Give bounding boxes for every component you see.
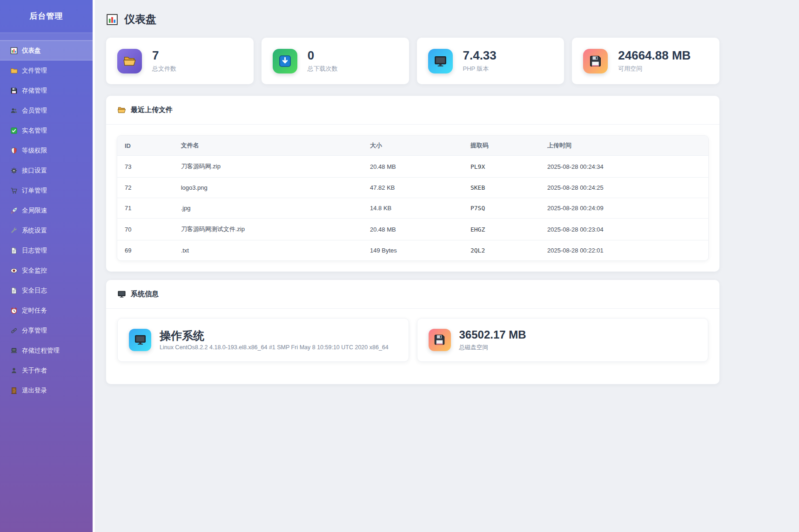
cell-code: SKEB bbox=[463, 178, 540, 198]
section-title: 最近上传文件 bbox=[131, 106, 173, 114]
sidebar-item-system-settings[interactable]: 系统设置 bbox=[0, 220, 93, 240]
person-icon bbox=[10, 367, 18, 374]
cell-size: 149 Bytes bbox=[363, 240, 463, 261]
sidebar-item-label: 实名管理 bbox=[22, 126, 47, 135]
sidebar-item-label: 文件管理 bbox=[22, 66, 47, 75]
folder-icon bbox=[10, 67, 18, 74]
eye-icon bbox=[10, 267, 18, 274]
disk-total-label: 总磁盘空间 bbox=[459, 344, 526, 352]
page-header: 仪表盘 bbox=[106, 12, 719, 27]
sidebar-item-security-monitoring[interactable]: 安全监控 bbox=[0, 260, 93, 280]
sidebar-item-global-rate-limit[interactable]: 全局限速 bbox=[0, 200, 93, 220]
cell-code: P7SQ bbox=[463, 198, 540, 219]
sidebar-item-label: 全局限速 bbox=[22, 206, 47, 215]
bar-chart-icon bbox=[106, 13, 118, 26]
cell-upload-time: 2025-08-28 00:24:34 bbox=[540, 156, 708, 178]
sidebar-item-dashboard[interactable]: 仪表盘 bbox=[0, 40, 93, 60]
cell-upload-time: 2025-08-28 00:23:04 bbox=[540, 219, 708, 240]
sidebar-item-scheduled-tasks[interactable]: 定时任务 bbox=[0, 300, 93, 320]
os-info-card: 操作系统 Linux CentOs8.2.2 4.18.0-193.el8.x8… bbox=[117, 318, 409, 362]
sidebar-item-file-management[interactable]: 文件管理 bbox=[0, 60, 93, 80]
sidebar-item-about-author[interactable]: 关于作者 bbox=[0, 360, 93, 380]
sidebar-item-label: 安全日志 bbox=[22, 286, 47, 295]
cell-upload-time: 2025-08-28 00:24:25 bbox=[540, 178, 708, 198]
stat-value: 24664.88 MB bbox=[618, 49, 691, 62]
cell-size: 20.48 MB bbox=[363, 219, 463, 240]
sidebar: 后台管理 仪表盘 文件管理 存储管理 会员管理 实名管理 bbox=[0, 0, 95, 532]
cell-size: 20.48 MB bbox=[363, 156, 463, 178]
sidebar-item-label: 订单管理 bbox=[22, 186, 47, 195]
cell-id: 72 bbox=[117, 178, 174, 198]
table-row: 72 logo3.png 47.82 KB SKEB 2025-08-28 00… bbox=[117, 178, 708, 198]
sidebar-item-api-settings[interactable]: 接口设置 bbox=[0, 160, 93, 180]
sidebar-item-share-management[interactable]: 分享管理 bbox=[0, 320, 93, 340]
cart-icon bbox=[10, 187, 18, 194]
shield-icon bbox=[10, 147, 18, 154]
cell-size: 47.82 KB bbox=[363, 178, 463, 198]
stat-value: 7 bbox=[152, 49, 176, 62]
stat-label: 总下载次数 bbox=[308, 65, 338, 73]
column-header-code: 提取码 bbox=[463, 136, 540, 156]
stats-row: 7 总文件数 0 总下载次数 7.4.33 PHP 版本 bbox=[106, 38, 719, 84]
section-title: 系统信息 bbox=[131, 290, 159, 299]
app-root: 后台管理 仪表盘 文件管理 存储管理 会员管理 实名管理 bbox=[0, 0, 799, 532]
sidebar-item-member-management[interactable]: 会员管理 bbox=[0, 100, 93, 120]
rocket-icon bbox=[10, 207, 18, 214]
monitor-icon bbox=[428, 49, 453, 73]
os-detail: Linux CentOs8.2.2 4.18.0-193.el8.x86_64 … bbox=[160, 344, 389, 351]
recent-files-header: 最近上传文件 bbox=[106, 96, 719, 125]
cell-id: 69 bbox=[117, 240, 174, 261]
sidebar-item-label: 接口设置 bbox=[22, 166, 47, 175]
sidebar-item-label: 安全监控 bbox=[22, 266, 47, 275]
cell-upload-time: 2025-08-28 00:24:09 bbox=[540, 198, 708, 219]
sidebar-item-label: 系统设置 bbox=[22, 226, 47, 235]
cell-upload-time: 2025-08-28 00:22:01 bbox=[540, 240, 708, 261]
sidebar-item-logout[interactable]: 退出登录 bbox=[0, 380, 93, 400]
cell-filename: 刀客源码网.zip bbox=[174, 156, 363, 178]
page-title: 仪表盘 bbox=[124, 12, 156, 27]
open-folder-icon bbox=[117, 106, 126, 114]
sidebar-item-label: 存储过程管理 bbox=[22, 346, 60, 355]
stat-label: 总文件数 bbox=[152, 65, 176, 73]
alarm-clock-icon bbox=[10, 307, 18, 314]
stat-card-free-space: 24664.88 MB 可用空间 bbox=[572, 38, 719, 84]
table-row: 69 .txt 149 Bytes 2QL2 2025-08-28 00:22:… bbox=[117, 240, 708, 261]
cell-id: 71 bbox=[117, 198, 174, 219]
stat-card-total-files: 7 总文件数 bbox=[106, 38, 254, 84]
stat-card-total-downloads: 0 总下载次数 bbox=[262, 38, 409, 84]
disk-total-value: 36502.17 MB bbox=[459, 328, 526, 341]
sidebar-item-label: 分享管理 bbox=[22, 326, 47, 335]
sidebar-item-label: 关于作者 bbox=[22, 366, 47, 375]
column-header-size: 大小 bbox=[363, 136, 463, 156]
sidebar-item-label: 退出登录 bbox=[22, 386, 47, 395]
cell-code: PL9X bbox=[463, 156, 540, 178]
cell-id: 70 bbox=[117, 219, 174, 240]
table-row: 70 刀客源码网测试文件.zip 20.48 MB EHGZ 2025-08-2… bbox=[117, 219, 708, 240]
sidebar-item-storage-management[interactable]: 存储管理 bbox=[0, 80, 93, 100]
sidebar-item-level-permissions[interactable]: 等级权限 bbox=[0, 140, 93, 160]
stat-card-php-version: 7.4.33 PHP 版本 bbox=[417, 38, 564, 84]
floppy-disk-icon bbox=[10, 87, 18, 94]
document-icon bbox=[10, 247, 18, 254]
disk-info-card: 36502.17 MB 总磁盘空间 bbox=[417, 318, 709, 362]
sidebar-divider bbox=[0, 33, 93, 40]
sidebar-menu: 仪表盘 文件管理 存储管理 会员管理 实名管理 等级权限 bbox=[0, 40, 93, 400]
wrench-icon bbox=[10, 227, 18, 234]
sidebar-item-label: 仪表盘 bbox=[22, 47, 41, 55]
sidebar-item-label: 定时任务 bbox=[22, 306, 47, 315]
sidebar-item-stored-procedure-management[interactable]: 存储过程管理 bbox=[0, 340, 93, 360]
floppy-disk-icon bbox=[429, 329, 451, 351]
sidebar-item-security-log[interactable]: 安全日志 bbox=[0, 280, 93, 300]
door-icon bbox=[10, 387, 18, 394]
system-info-card: 系统信息 操作系统 Linux CentOs8.2.2 4.18.0-193.e… bbox=[106, 280, 719, 384]
column-header-id: ID bbox=[117, 136, 174, 156]
gear-icon bbox=[10, 167, 18, 174]
monitor-icon bbox=[117, 290, 126, 299]
stat-value: 0 bbox=[308, 49, 338, 62]
sidebar-item-label: 存储管理 bbox=[22, 86, 47, 95]
open-folder-icon bbox=[117, 49, 142, 73]
sidebar-item-order-management[interactable]: 订单管理 bbox=[0, 180, 93, 200]
sidebar-item-realname-management[interactable]: 实名管理 bbox=[0, 120, 93, 140]
cell-filename: .jpg bbox=[174, 198, 363, 219]
sidebar-item-log-management[interactable]: 日志管理 bbox=[0, 240, 93, 260]
